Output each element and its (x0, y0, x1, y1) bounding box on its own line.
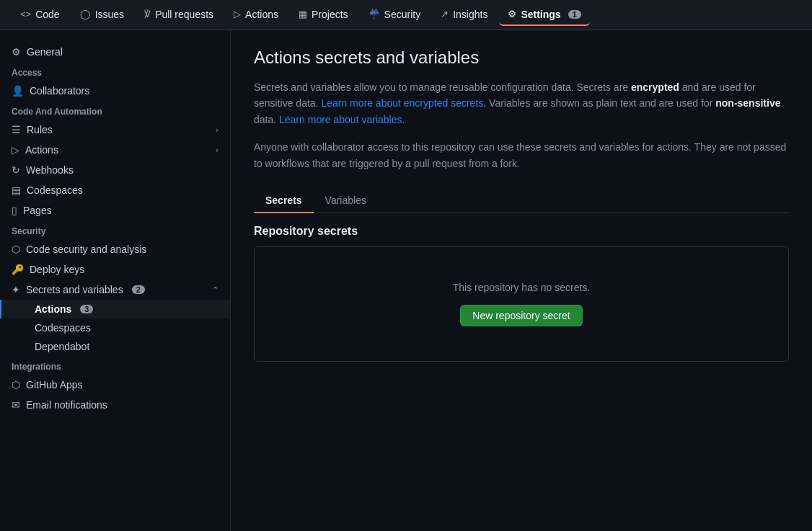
nav-projects-label: Projects (312, 9, 348, 20)
sidebar-section-access: Access (0, 62, 230, 81)
desc2-after: data. (254, 114, 279, 125)
actions-chevron: › (216, 146, 219, 154)
secrets-badge: 2 (132, 285, 145, 294)
sidebar-sub-dependabot-label: Dependabot (35, 341, 89, 352)
top-nav: <> Code ◯ Issues ℣ Pull requests ▷ Actio… (0, 0, 812, 30)
sidebar-item-pages[interactable]: ▯ Pages (0, 200, 230, 220)
description-4: Anyone with collaborator access to this … (254, 139, 789, 171)
sidebar-code-security-inner: ⬡ Code security and analysis (12, 244, 146, 255)
secrets-empty-text: This repository has no secrets. (272, 282, 771, 293)
nav-settings-label: Settings (521, 9, 560, 20)
insights-icon: ↗ (441, 9, 449, 19)
codespaces-icon: ▤ (12, 184, 21, 196)
sidebar-webhooks-inner: ↻ Webhooks (12, 164, 74, 176)
projects-icon: ▦ (299, 9, 307, 19)
email-icon: ✉ (12, 399, 20, 411)
actions-sidebar-icon: ▷ (12, 144, 19, 156)
desc2-bold: non-sensitive (715, 97, 780, 109)
tab-variables[interactable]: Variables (314, 189, 378, 213)
webhooks-icon: ↻ (12, 164, 20, 176)
sidebar-item-deploy-keys[interactable]: 🔑 Deploy keys (0, 259, 230, 280)
sidebar-webhooks-label: Webhooks (26, 164, 74, 176)
sidebar-item-actions[interactable]: ▷ Actions › (0, 140, 230, 160)
actions-icon: ▷ (234, 9, 241, 19)
link-encrypted-secrets[interactable]: Learn more about encrypted secrets (321, 97, 483, 109)
nav-code[interactable]: <> Code (12, 4, 69, 26)
nav-security-label: Security (384, 9, 421, 20)
issues-icon: ◯ (80, 9, 91, 19)
sidebar-item-webhooks[interactable]: ↻ Webhooks (0, 160, 230, 180)
rules-chevron: › (216, 125, 219, 134)
sidebar-item-rules[interactable]: ☰ Rules › (0, 120, 230, 140)
pages-icon: ▯ (12, 205, 17, 216)
github-apps-icon: ⬡ (12, 379, 20, 391)
sidebar-general-inner: ⚙ General (12, 46, 63, 58)
sidebar-item-secrets-variables[interactable]: ✦ Secrets and variables 2 ⌃ (0, 280, 230, 300)
sidebar-pages-label: Pages (23, 205, 52, 216)
sidebar-item-code-security[interactable]: ⬡ Code security and analysis (0, 239, 230, 259)
sidebar-actions-label: Actions (25, 144, 58, 156)
nav-issues[interactable]: ◯ Issues (71, 4, 133, 26)
settings-icon: ⚙ (508, 9, 516, 19)
sidebar-codespaces-inner: ▤ Codespaces (12, 184, 83, 196)
sidebar-item-general[interactable]: ⚙ General (0, 42, 230, 62)
collaborators-icon: 👤 (12, 85, 24, 97)
rules-icon: ☰ (12, 124, 21, 135)
sidebar-general-label: General (27, 46, 63, 58)
desc3-end: . (402, 114, 405, 125)
nav-security[interactable]: ☔ Security (360, 4, 430, 26)
sidebar-codespaces-label: Codespaces (27, 184, 83, 196)
sidebar-collaborators-label: Collaborators (30, 85, 89, 97)
general-icon: ⚙ (12, 46, 21, 58)
nav-issues-label: Issues (95, 9, 124, 20)
sidebar-sub-codespaces[interactable]: Codespaces (0, 318, 230, 337)
nav-pull-requests[interactable]: ℣ Pull requests (136, 4, 222, 26)
nav-actions[interactable]: ▷ Actions (225, 4, 287, 26)
nav-settings[interactable]: ⚙ Settings 1 (499, 4, 589, 26)
secrets-icon: ✦ (12, 284, 20, 295)
sidebar-item-collaborators[interactable]: 👤 Collaborators (0, 81, 230, 101)
nav-pr-label: Pull requests (155, 9, 213, 20)
link-variables[interactable]: Learn more about variables (279, 114, 402, 125)
nav-actions-label: Actions (245, 9, 278, 20)
actions-sub-badge: 3 (80, 305, 93, 313)
sidebar-sub-dependabot[interactable]: Dependabot (0, 337, 230, 356)
description-1: Secrets and variables allow you to manag… (254, 79, 789, 128)
sidebar-item-codespaces[interactable]: ▤ Codespaces (0, 180, 230, 200)
settings-badge: 1 (568, 10, 581, 19)
sidebar-sub-codespaces-label: Codespaces (35, 322, 91, 334)
secrets-chevron: ⌃ (212, 285, 219, 295)
security-icon: ☔ (369, 9, 380, 19)
deploy-keys-icon: 🔑 (12, 264, 24, 275)
new-secret-button[interactable]: New repository secret (460, 305, 582, 326)
desc2: . Variables are shown as plain text and … (483, 97, 715, 109)
code-icon: <> (20, 9, 31, 19)
sidebar-deploy-keys-label: Deploy keys (30, 264, 84, 275)
desc1-text: Secrets and variables allow you to manag… (254, 81, 631, 93)
nav-insights-label: Insights (453, 9, 487, 20)
sidebar-item-email-notifications[interactable]: ✉ Email notifications (0, 395, 230, 415)
tab-secrets[interactable]: Secrets (254, 189, 314, 213)
sidebar-code-security-label: Code security and analysis (26, 244, 146, 255)
sidebar-section-code-automation: Code and automation (0, 101, 230, 120)
page-title: Actions secrets and variables (254, 48, 789, 68)
nav-insights[interactable]: ↗ Insights (432, 4, 496, 26)
tabs: Secrets Variables (254, 189, 789, 213)
sidebar-section-integrations: Integrations (0, 356, 230, 375)
sidebar-sub-actions[interactable]: Actions 3 (0, 300, 230, 318)
code-security-icon: ⬡ (12, 244, 20, 255)
sidebar-pages-inner: ▯ Pages (12, 205, 52, 216)
tab-variables-label: Variables (325, 195, 366, 206)
sidebar-item-github-apps[interactable]: ⬡ GitHub Apps (0, 375, 230, 395)
repo-secrets-title: Repository secrets (254, 225, 789, 238)
sidebar-actions-inner: ▷ Actions (12, 144, 58, 156)
nav-code-label: Code (35, 9, 59, 20)
sidebar-rules-inner: ☰ Rules (12, 124, 53, 135)
sidebar-email-inner: ✉ Email notifications (12, 399, 107, 411)
desc1-bold: encrypted (631, 81, 679, 93)
main-content: Actions secrets and variables Secrets an… (231, 30, 812, 531)
nav-projects[interactable]: ▦ Projects (290, 4, 357, 26)
sidebar-github-apps-label: GitHub Apps (26, 379, 83, 391)
main-layout: ⚙ General Access 👤 Collaborators Code an… (0, 30, 812, 531)
sidebar-rules-label: Rules (27, 124, 53, 135)
